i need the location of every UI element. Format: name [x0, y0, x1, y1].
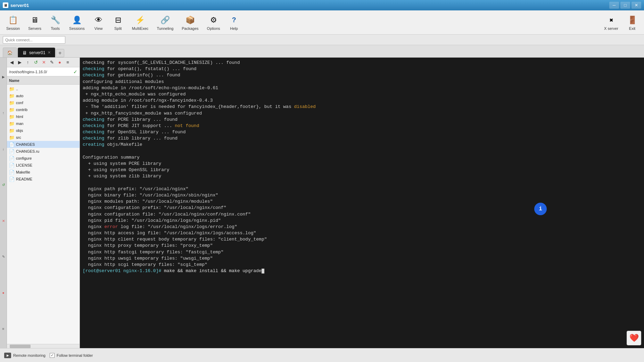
toolbar-session[interactable]: 📋 Session	[3, 13, 23, 32]
file-menu-button[interactable]: ≡	[64, 59, 71, 66]
list-item[interactable]: 📁..	[7, 85, 80, 92]
file-toolbar: ◀ ▶ ↑ ↺ ✕ ✎ ● ≡	[7, 58, 80, 67]
toolbar-exit[interactable]: 🚪 Exit	[623, 13, 641, 32]
folder-icon: 📁	[9, 93, 15, 99]
toolbar-tunneling[interactable]: 🔗 Tunneling	[153, 13, 177, 32]
toolbar-view[interactable]: 👁 View	[90, 13, 108, 32]
side-icon-6[interactable]: ●	[1, 290, 6, 296]
tools-icon: 🔧	[50, 15, 61, 26]
list-item[interactable]: 📁html	[7, 113, 80, 120]
folder-icon: 📁	[9, 135, 15, 140]
exit-icon: 🚪	[627, 15, 638, 26]
list-item[interactable]: 📁conf	[7, 99, 80, 106]
terminal-line	[83, 148, 641, 154]
edge-panel: ▶ ↑ ↓ ↺ ✕ ✎ ● ≡	[0, 58, 7, 348]
folder-icon: 📁	[9, 128, 15, 133]
list-item[interactable]: 📄CHANGES.ru	[7, 148, 80, 155]
toolbar-servers[interactable]: 🖥 Servers	[25, 13, 45, 32]
tab-session-icon: 🖥	[22, 50, 27, 56]
list-item[interactable]: 📄Makefile	[7, 169, 80, 176]
follow-terminal-checkbox[interactable]: ✓	[50, 353, 55, 358]
terminal-line: adding module in /root/soft/ngx-fancyind…	[83, 98, 641, 104]
toolbar-packages[interactable]: 📦 Packages	[178, 13, 202, 32]
servers-label: Servers	[28, 26, 41, 31]
tab-home[interactable]: 🏠	[3, 48, 17, 57]
file-name: README	[16, 177, 32, 181]
title-bar: 🖥 server01 ─ □ ✕	[0, 0, 644, 10]
horizontal-scrollbar[interactable]	[7, 344, 80, 348]
terminal-line: + using system OpenSSL library	[83, 167, 641, 173]
window-title: server01	[10, 3, 29, 8]
folder-icon: 📁	[9, 114, 15, 119]
quick-connect-input[interactable]	[3, 36, 65, 44]
heart-widget[interactable]: ❤️	[627, 331, 641, 345]
terminal-line: nginx binary file: "/usr/local/nginx/sbi…	[83, 192, 641, 199]
side-icon-1[interactable]: ▶	[1, 74, 6, 80]
toolbar-help[interactable]: ? Help	[225, 13, 243, 32]
terminal-line: nginx http fastcgi temporary files: "fas…	[83, 249, 641, 255]
follow-terminal-label: Follow terminal folder	[57, 353, 93, 357]
view-label: View	[94, 26, 103, 31]
toolbar-xserver[interactable]: ✖ X server	[601, 13, 622, 32]
file-edit-button[interactable]: ✎	[48, 59, 55, 66]
file-list[interactable]: 📁..📁auto📁conf📁contrib📁html📁man📁objs📁src📄…	[7, 85, 80, 344]
scroll-thumb[interactable]	[10, 345, 31, 348]
file-name: auto	[16, 94, 23, 98]
close-button[interactable]: ✕	[631, 2, 641, 9]
terminal-area[interactable]: i checking for sysconf(_SC_LEVEL1_DCACHE…	[80, 58, 644, 348]
file-name: Makefile	[16, 170, 30, 174]
toolbar-split[interactable]: ⊟ Split	[109, 13, 127, 32]
xserver-label: X server	[604, 26, 618, 31]
title-bar-controls: ─ □ ✕	[609, 2, 641, 9]
terminal-line: checking for PCRE JIT support ... not fo…	[83, 123, 641, 129]
list-item[interactable]: 📁objs	[7, 127, 80, 134]
folder-icon: 📁	[9, 100, 15, 106]
file-delete-button[interactable]: ✕	[40, 59, 47, 66]
list-item[interactable]: 📄CHANGES	[7, 141, 80, 148]
side-icon-refresh[interactable]: ↺	[1, 182, 6, 188]
file-refresh-button[interactable]: ↺	[32, 59, 39, 66]
list-item[interactable]: 📁src	[7, 134, 80, 141]
list-item[interactable]: 📁contrib	[7, 106, 80, 113]
terminal-line: checking for getaddrinfo() ... found	[83, 72, 641, 78]
main-layout: ▶ ↑ ↓ ↺ ✕ ✎ ● ≡ ◀ ▶ ↑ ↺ ✕ ✎ ● ≡ /root/so…	[0, 58, 644, 348]
terminal-prompt[interactable]: [root@server01 nginx-1.16.0]# make && ma…	[83, 268, 641, 274]
side-icon-4[interactable]: ✕	[1, 218, 6, 224]
toolbar-tools[interactable]: 🔧 Tools	[46, 13, 64, 32]
toolbar-options[interactable]: ⚙ Options	[204, 13, 224, 32]
terminal-line: + using system zlib library	[83, 173, 641, 179]
remote-monitoring-icon: ▶	[4, 353, 11, 358]
file-red-btn[interactable]: ●	[56, 59, 63, 66]
xserver-icon: ✖	[606, 15, 617, 26]
side-icon-3[interactable]: ↓	[1, 146, 6, 152]
remote-monitoring-section: ▶ Remote monitoring	[4, 353, 46, 358]
toolbar-multiexec[interactable]: ⚡ MultiExec	[129, 13, 152, 32]
terminal-line: configuring additional modules	[83, 79, 641, 85]
terminal-line: nginx path prefix: "/usr/local/nginx"	[83, 186, 641, 192]
home-tab-icon: 🏠	[7, 50, 13, 55]
list-item[interactable]: 📄LICENSE	[7, 162, 80, 169]
tab-close-button[interactable]: ✕	[48, 50, 51, 55]
terminal-line: nginx configuration prefix: "/usr/local/…	[83, 205, 641, 211]
file-name: configure	[16, 156, 32, 160]
list-item[interactable]: 📄README	[7, 176, 80, 183]
folder-icon: 📁	[9, 121, 15, 126]
title-bar-left: 🖥 server01	[3, 2, 29, 8]
minimize-button[interactable]: ─	[609, 2, 619, 9]
list-item[interactable]: 📁auto	[7, 92, 80, 99]
toolbar-sessions[interactable]: 👤 Sessions	[66, 13, 88, 32]
file-name: conf	[16, 101, 23, 105]
tab-add-button[interactable]: +	[56, 49, 64, 57]
side-icon-2[interactable]: ↑	[1, 110, 6, 116]
tab-bar: 🏠 🖥 server01 ✕ +	[0, 45, 644, 58]
file-up-button[interactable]: ↑	[24, 59, 31, 66]
tab-server01[interactable]: 🖥 server01 ✕	[18, 48, 55, 57]
maximize-button[interactable]: □	[620, 2, 630, 9]
list-item[interactable]: 📁man	[7, 120, 80, 127]
list-item[interactable]: 📄configure	[7, 155, 80, 162]
path-confirm-icon: ✓	[73, 69, 77, 75]
side-icon-5[interactable]: ✎	[1, 254, 6, 260]
side-icon-7[interactable]: ≡	[1, 326, 6, 331]
file-back-button[interactable]: ◀	[8, 59, 15, 66]
file-forward-button[interactable]: ▶	[16, 59, 23, 66]
